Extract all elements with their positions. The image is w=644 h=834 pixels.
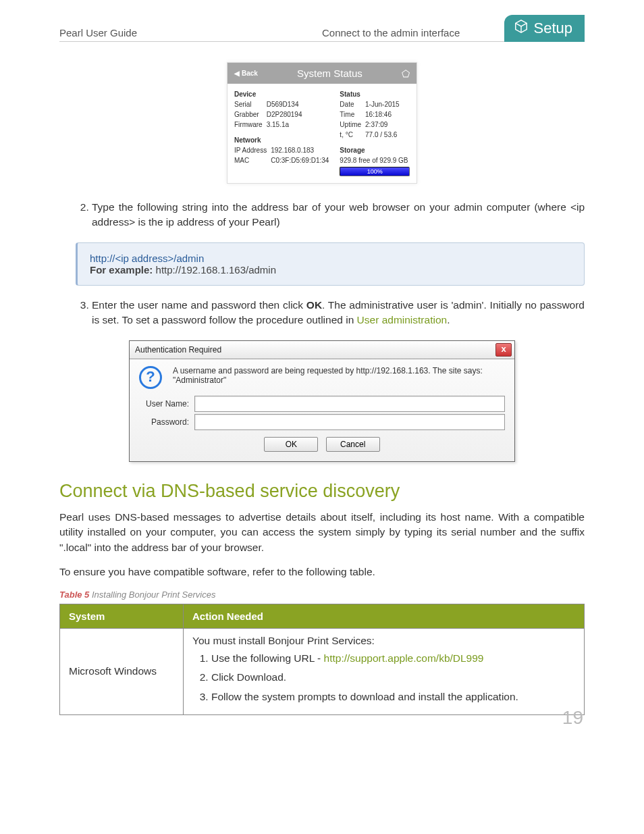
cell-system: Microsoft Windows [60, 628, 184, 714]
cancel-button[interactable]: Cancel [326, 437, 380, 452]
auth-dialog-title: Authentication Required [135, 345, 221, 355]
dns-heading: Connect via DNS-based service discovery [59, 481, 585, 502]
storage-text: 929.8 free of 929.9 GB [340, 157, 410, 164]
step-2: Type the following string into the addre… [92, 200, 585, 230]
th-action: Action Needed [183, 604, 584, 628]
box-icon [514, 19, 529, 38]
setup-tab: Setup [504, 15, 585, 42]
auth-dialog: Authentication Required x ? A username a… [129, 340, 515, 462]
cell-action: You must install Bonjour Print Services:… [183, 628, 584, 714]
ok-button[interactable]: OK [264, 437, 318, 452]
page-number: 19 [562, 707, 583, 729]
username-input[interactable] [194, 396, 505, 412]
username-label: User Name: [139, 399, 189, 409]
status-title-text: System Status [297, 68, 363, 79]
close-icon[interactable]: x [495, 343, 512, 357]
back-button[interactable]: ◀ Back [234, 70, 258, 77]
status-titlebar: ◀ Back System Status ⬠ [227, 63, 417, 84]
auth-message: A username and password are being reques… [173, 366, 505, 385]
table-caption: Table 5 Installing Bonjour Print Service… [59, 590, 585, 600]
storage-bar: 100% [340, 167, 410, 176]
header-left: Pearl User Guide [59, 27, 322, 38]
device-table: SerialD569D134 GrabberD2P280194 Firmware… [234, 99, 306, 130]
system-status-panel: ◀ Back System Status ⬠ Device SerialD569… [227, 62, 417, 184]
network-heading: Network [234, 136, 333, 144]
bonjour-url-link[interactable]: http://support.apple.com/kb/DL999 [324, 652, 484, 664]
th-system: System [60, 604, 184, 628]
home-icon[interactable]: ⬠ [402, 68, 410, 79]
setup-tab-label: Setup [534, 20, 573, 37]
network-table: IP Address192.168.0.183 MACC0:3F:D5:69:D… [234, 145, 333, 165]
table-row: Microsoft Windows You must install Bonjo… [60, 628, 585, 714]
url-template: http://<ip address>/admin [90, 253, 572, 264]
example-label: For example: [90, 264, 153, 276]
status-heading: Status [340, 90, 410, 98]
dns-paragraph-2: To ensure you have compatible software, … [59, 565, 585, 579]
password-input[interactable] [194, 414, 505, 430]
dns-paragraph-1: Pearl uses DNS-based messages to adverti… [59, 510, 585, 555]
page-header: Pearl User Guide Connect to the admin in… [59, 27, 585, 42]
bonjour-table: System Action Needed Microsoft Windows Y… [59, 604, 585, 715]
example-url: http://192.168.1.163/admin [153, 264, 276, 276]
password-label: Password: [139, 417, 189, 427]
question-icon: ? [139, 366, 162, 389]
status-table: Date1-Jun-2015 Time16:18:46 Uptime2:37:0… [340, 99, 403, 140]
back-arrow-icon: ◀ [234, 70, 240, 77]
device-heading: Device [234, 90, 333, 98]
user-admin-link[interactable]: User administration [357, 314, 448, 325]
storage-heading: Storage [340, 147, 410, 154]
example-url-box: http://<ip address>/admin For example: h… [76, 242, 585, 286]
step-3: Enter the user name and password then cl… [92, 298, 585, 328]
